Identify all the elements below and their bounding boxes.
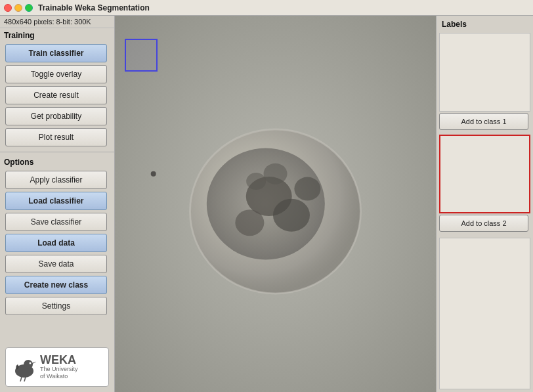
- class-1-section: Add to class 1: [439, 33, 530, 132]
- apply-classifier-button[interactable]: Apply classifier: [5, 171, 107, 189]
- weka-info: WEKA The Universityof Waikato: [40, 354, 78, 380]
- training-section-label: Training: [0, 28, 114, 41]
- options-section-label: Options: [0, 155, 114, 168]
- selection-rectangle[interactable]: [125, 39, 158, 72]
- get-probability-button[interactable]: Get probability: [5, 107, 107, 125]
- title-bar: Trainable Weka Segmentation: [0, 0, 533, 16]
- labels-title: Labels: [439, 18, 530, 30]
- create-result-button[interactable]: Create result: [5, 86, 107, 104]
- add-to-class-1-button[interactable]: Add to class 1: [439, 113, 528, 130]
- load-classifier-button[interactable]: Load classifier: [5, 192, 107, 210]
- save-classifier-button[interactable]: Save classifier: [5, 213, 107, 231]
- svg-point-2: [30, 362, 32, 364]
- weka-bird-icon: [10, 353, 36, 381]
- svg-point-12: [294, 177, 320, 201]
- main-layout: 480x640 pixels: 8-bit: 300K Training Tra…: [0, 16, 533, 392]
- create-new-class-button[interactable]: Create new class: [5, 276, 107, 294]
- image-area[interactable]: [115, 16, 436, 392]
- svg-line-3: [20, 377, 22, 381]
- save-data-button[interactable]: Save data: [5, 255, 107, 273]
- minimize-button[interactable]: [14, 4, 22, 12]
- settings-button[interactable]: Settings: [5, 297, 107, 315]
- class-1-label-area: [439, 33, 530, 112]
- maximize-button[interactable]: [25, 4, 33, 12]
- training-buttons: Train classifier Toggle overlay Create r…: [0, 41, 114, 149]
- class-extra-area: [439, 238, 530, 389]
- options-buttons: Apply classifier Load classifier Save cl…: [0, 168, 114, 318]
- weka-subtitle: The Universityof Waikato: [40, 366, 78, 380]
- left-panel: 480x640 pixels: 8-bit: 300K Training Tra…: [0, 16, 115, 392]
- load-data-button[interactable]: Load data: [5, 234, 107, 252]
- weka-logo-area: WEKA The Universityof Waikato: [5, 347, 109, 387]
- plot-result-button[interactable]: Plot result: [5, 128, 107, 146]
- svg-point-13: [246, 173, 266, 190]
- add-to-class-2-button[interactable]: Add to class 2: [439, 215, 528, 232]
- svg-point-14: [151, 171, 156, 177]
- svg-point-1: [24, 360, 33, 369]
- right-panel: Labels Add to class 1 Add to class 2: [436, 16, 533, 392]
- weka-title: WEKA: [40, 354, 78, 366]
- class-2-label-area: [439, 135, 530, 213]
- train-classifier-button[interactable]: Train classifier: [5, 44, 107, 62]
- cell-image: [115, 16, 436, 392]
- class-2-section: Add to class 2: [439, 135, 530, 234]
- window-title: Trainable Weka Segmentation: [38, 3, 150, 12]
- svg-point-11: [264, 163, 288, 185]
- pixel-info: 480x640 pixels: 8-bit: 300K: [0, 16, 114, 28]
- close-button[interactable]: [4, 4, 12, 12]
- svg-line-4: [24, 377, 26, 381]
- svg-point-9: [273, 199, 310, 232]
- divider-1: [0, 152, 114, 152]
- window-controls[interactable]: [4, 4, 33, 12]
- svg-point-10: [235, 209, 264, 236]
- cell-visualization: [115, 16, 436, 392]
- toggle-overlay-button[interactable]: Toggle overlay: [5, 65, 107, 83]
